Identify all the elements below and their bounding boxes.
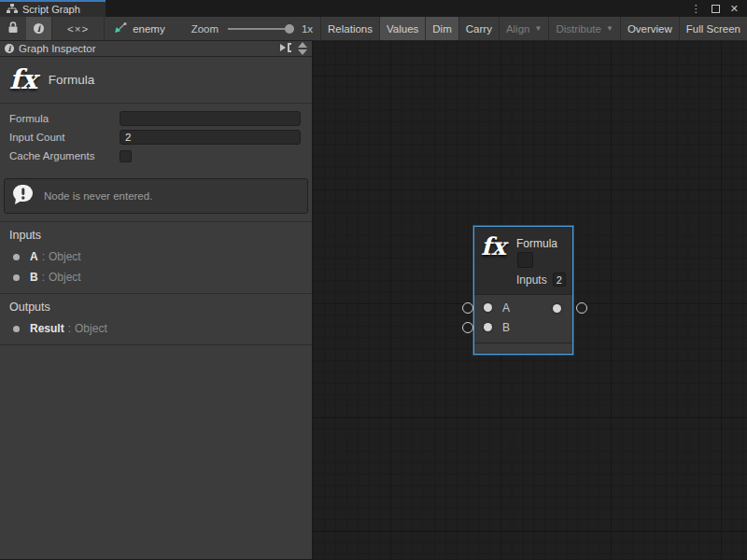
inputs-header: Inputs	[0, 222, 312, 246]
tab-label: Script Graph	[22, 4, 80, 15]
zoom-slider[interactable]	[228, 17, 294, 40]
formula-node-title: Formula	[516, 237, 557, 250]
input-count-row: Input Count	[9, 130, 301, 145]
formula-input[interactable]	[120, 111, 301, 126]
cache-arguments-label: Cache Arguments	[9, 150, 120, 161]
warning-box: Node is never entered.	[4, 178, 308, 214]
overview-button[interactable]: Overview	[621, 17, 680, 40]
carry-button[interactable]: Carry	[459, 17, 500, 40]
window-controls: ⋮ ✕	[691, 0, 747, 17]
list-item: B : Object	[0, 267, 312, 287]
zoom-slider-thumb[interactable]	[285, 24, 294, 34]
script-graph-window: Script Graph ⋮ ✕ i <×>	[0, 0, 747, 560]
tab-script-graph[interactable]: Script Graph	[0, 0, 106, 17]
close-icon[interactable]: ✕	[730, 4, 739, 14]
formula-node-footer	[474, 343, 572, 352]
scroll-up-icon[interactable]	[298, 42, 307, 48]
cache-arguments-row: Cache Arguments	[9, 148, 301, 163]
unit-title: Formula	[49, 73, 95, 87]
external-input-port-a-icon[interactable]	[462, 302, 473, 314]
zoom-label: Zoom	[175, 17, 224, 40]
maximize-icon[interactable]	[712, 5, 720, 13]
graph-hierarchy-icon	[7, 4, 18, 16]
lock-icon	[7, 21, 19, 35]
warning-text: Node is never entered.	[44, 190, 152, 202]
graph-canvas[interactable]: fx Formula Inputs 2 A B	[313, 41, 747, 559]
values-button[interactable]: Values	[380, 17, 426, 40]
scroll-down-icon[interactable]	[298, 49, 307, 55]
breadcrumb-label: enemy	[133, 23, 165, 35]
dim-button[interactable]: Dim	[426, 17, 458, 40]
window-menu-icon[interactable]: ⋮	[691, 4, 701, 14]
external-output-port-icon[interactable]	[576, 302, 587, 314]
info-icon: i	[5, 44, 14, 53]
output-port-icon[interactable]	[553, 304, 561, 313]
node-inputs-label: Inputs	[516, 273, 547, 287]
formula-node[interactable]: fx Formula Inputs 2 A B	[473, 226, 573, 355]
info-icon: i	[34, 23, 44, 34]
formula-fx-icon: fx	[9, 66, 37, 93]
node-input-port-b[interactable]: B	[474, 317, 572, 337]
formula-field-row: Formula	[9, 111, 301, 126]
chevron-down-icon: ▼	[534, 24, 542, 33]
outputs-header: Outputs	[0, 294, 312, 318]
unit-header: fx Formula	[0, 57, 312, 104]
port-bullet-icon	[13, 274, 20, 281]
panel-scroll-spinner	[296, 41, 309, 56]
formula-node-body: A B	[474, 295, 572, 343]
outputs-section: Outputs Result : Object	[0, 293, 312, 345]
input-count-input[interactable]	[120, 130, 301, 145]
external-input-port-b-icon[interactable]	[462, 322, 473, 333]
formula-field-label: Formula	[9, 113, 120, 124]
graph-pointer-icon	[114, 22, 127, 35]
dock-panel-icon[interactable]	[279, 43, 291, 54]
lock-button[interactable]	[0, 17, 26, 40]
distribute-dropdown[interactable]: Distribute ▼	[549, 17, 621, 40]
node-formula-input[interactable]	[517, 252, 533, 268]
cache-arguments-checkbox[interactable]	[120, 150, 132, 162]
unit-fields: Formula Input Count Cache Arguments	[0, 104, 312, 173]
chevron-down-icon: ▼	[606, 24, 613, 33]
align-dropdown[interactable]: Align ▼	[500, 17, 550, 40]
zoom-value: 1x	[298, 17, 321, 40]
graph-toolbar: i <×> enemy Zoom 1x Relations Values	[0, 17, 747, 41]
list-item: A : Object	[0, 246, 312, 267]
node-inputs-count[interactable]: 2	[553, 273, 566, 287]
list-item: Result : Object	[0, 318, 312, 339]
warning-bubble-icon	[12, 184, 35, 208]
port-bullet-icon	[13, 254, 20, 260]
input-port-icon[interactable]	[484, 323, 492, 331]
graph-inspector-panel: i Graph Inspector fx Formula	[0, 41, 313, 559]
inspector-title: Graph Inspector	[19, 43, 275, 54]
input-port-icon[interactable]	[484, 303, 492, 312]
tab-bar: Script Graph ⋮ ✕	[0, 0, 747, 17]
formula-node-header[interactable]: fx Formula Inputs 2	[474, 227, 572, 295]
relations-button[interactable]: Relations	[321, 17, 380, 40]
full-screen-button[interactable]: Full Screen	[680, 17, 747, 40]
code-icon: <×>	[67, 23, 89, 35]
inspector-toggle-button[interactable]: i	[26, 17, 52, 40]
edit-source-button[interactable]: <×>	[52, 17, 105, 40]
port-bullet-icon	[13, 326, 20, 332]
formula-fx-icon: fx	[481, 234, 506, 259]
breadcrumb[interactable]: enemy	[105, 17, 175, 40]
inputs-section: Inputs A : Object B : Object	[0, 221, 312, 293]
input-count-label: Input Count	[9, 132, 120, 143]
